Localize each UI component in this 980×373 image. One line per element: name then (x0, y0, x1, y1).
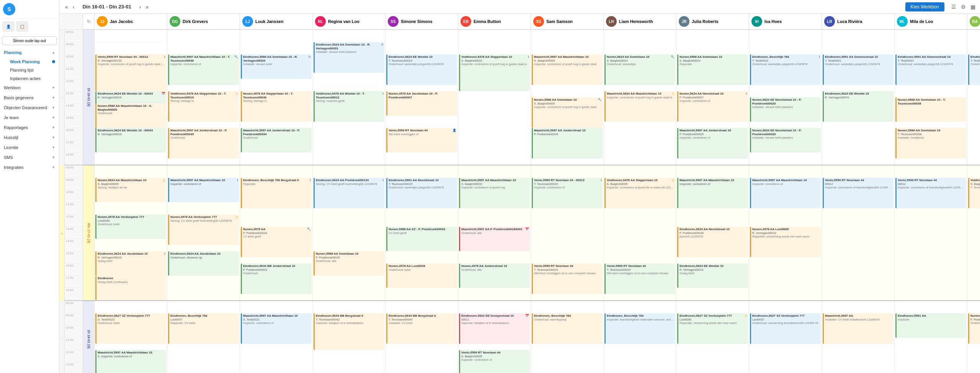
sidebar-item-objecten-geavanceerd[interactable]: Objecten Geavanceerd ▼ (0, 103, 59, 113)
work-card[interactable]: Eindhoven,5991 AA Inspectie: (895, 313, 966, 338)
work-card[interactable]: Nunen,5588 AA SZ - P. Poeldronk00034 CV … (386, 227, 457, 251)
work-card[interactable]: Maastricht,5997 AA Jonkerstraat 10 - P. … (168, 128, 239, 159)
work-card[interactable]: Venlo,5599 RT Noorlaan 44 00012 Inspecti… (895, 178, 966, 208)
work-card[interactable]: Nunen,5588 AA Smetslaan 10 - T. Teunisse… (895, 97, 966, 122)
work-card[interactable]: Maastricht,5997 AA Jonkerstraat 10 P. Po… (677, 128, 748, 159)
sidebar-tab-alt[interactable]: 📋 (16, 21, 28, 32)
work-card[interactable]: Maastricht,5997 AA Maastrichtlaan 10 Ins… (677, 178, 748, 208)
work-card[interactable]: Eindhoven,5991 AA Simonsstraat 10 T. Tes… (895, 54, 966, 85)
work-card[interactable]: Eindhoven,5991 AA Simonsstraat 10 T. Tes… (968, 54, 980, 85)
work-card[interactable]: Voldhoven,5478 AA Weelde 10 - T. Teuniss… (314, 91, 384, 122)
work-card[interactable]: Eindhoven,5624 AA Pooldronk00134 Storing… (314, 178, 384, 208)
work-card[interactable]: Eindhoven,5624 EE Weelde 10 R. Verhagen0… (677, 263, 748, 288)
sidebar-item-licentie[interactable]: Licentie ▼ (0, 142, 59, 152)
settings-button[interactable]: ⚙ (960, 3, 967, 11)
work-card[interactable]: Eindhoven Graag ketel (continued) (95, 276, 166, 300)
work-card[interactable]: Nunen,5624 EE Neeolstraat 10 - P. Poeldr… (750, 97, 821, 122)
work-card[interactable]: Nunen,4578 AA Verdunplein 777 Loot0039 O… (95, 214, 166, 239)
work-card[interactable]: Eindhoven,5624 AA Jacobslaan 10 R. Verha… (95, 251, 166, 276)
work-card[interactable]: Maastricht,5997 AA Jonkerstraat 10 - P. … (241, 128, 312, 152)
work-card[interactable]: Eindhoven, Boschlijk 766 Onderhoud: warm… (532, 313, 603, 344)
work-card[interactable]: Nunen,4578 AA P. Poeldronk00034 CV ketel… (241, 227, 312, 257)
work-card[interactable]: Venlo,5599 RT Noorlaan 44 T. Teunissen00… (604, 263, 675, 294)
work-card[interactable]: Nunen,4578 AA Loot0039 Onderhoud: ketel (386, 263, 457, 288)
work-card[interactable]: Venlo,5599 RT Noorlaan 44 Met klant over… (386, 128, 457, 152)
work-card[interactable]: Eindhoven,5522 EE Groepestraat 10 00011 … (459, 313, 530, 344)
work-card[interactable]: Nunen,5624 AA Maastrichtlaan 10 S. Baaji… (95, 178, 166, 202)
work-card[interactable]: Maastricht,5997 AA Jonkerstraat 10 P. Po… (532, 128, 603, 159)
work-card[interactable]: Voldhoven,5478 AA Stapperlaan 10 S. Baaj… (604, 178, 675, 208)
work-card[interactable]: Nunen,4578 AA Loot0065 R. Verhagen00013 … (750, 227, 821, 257)
work-card[interactable]: Maastricht,5997 AA Maastrichtlaan 10 S. … (459, 178, 530, 208)
work-card[interactable]: Eindhoven,5991 AA Neeolstraat 10 T. Teun… (386, 178, 457, 208)
work-card[interactable]: Maastricht,5997 AA Instalatie: CV ketel … (823, 313, 893, 344)
work-card[interactable]: Eindhoven,5624 AA Neeolstraat 10 P. Poel… (677, 227, 748, 257)
work-card[interactable]: Nunen,4578 AA Jacobslaan 10 P. Poeldronk… (968, 313, 980, 344)
work-card[interactable]: Eindhoven,5624 AA Smetslaan 10 - R. Verh… (314, 42, 384, 73)
work-card[interactable]: Venlo,5599 RT Noorlaan 44 T. Teunissen00… (532, 263, 603, 294)
work-card[interactable]: Eindhoven, Boschlijk 766 T. Test00021 On… (750, 54, 821, 85)
nav-prev-button[interactable]: ‹ (71, 3, 77, 11)
work-card[interactable]: Venlo,5599 RT Noorlaan 44 S. Baajimi0003… (459, 350, 530, 373)
work-card[interactable]: Maastricht,5997 AA P. Poeldronk00184003 … (459, 227, 530, 251)
sidebar-item-huisstijl[interactable]: Huisstijl ▼ (0, 133, 59, 142)
work-card[interactable]: Nunen,5588 AA Smetslaan 10 S. Baajimi000… (677, 54, 748, 85)
sidebar-item-werkbon[interactable]: Werkbon ▼ (0, 83, 59, 93)
sidebar-item-planning[interactable]: Planning ▲ (0, 47, 59, 57)
work-card[interactable]: Eindhoven, Boschlijk 766 Bergstraat 6 Re… (241, 178, 312, 208)
work-card[interactable]: Nunen,4578 AA Verdunplein 777 Storing: C… (168, 214, 239, 245)
work-card[interactable]: Nunen,5624 AA Neeolstraat 10 P. Poeldron… (677, 91, 748, 122)
work-card[interactable]: Voldhoven,5478 AA Stapperlaan 10 S. Baaj… (968, 178, 980, 208)
work-card[interactable]: Eindhoven,5644 BB Bergstraat 6 T. Teunis… (386, 313, 457, 344)
sidebar-item-basis-gegevens[interactable]: Basis gegevens ▼ (0, 93, 59, 103)
calendar-scroll-area[interactable]: ↻ JJ Jan Jacobs DG Dirk Grevers (83, 14, 980, 373)
refresh-icon[interactable]: ↻ (87, 19, 91, 24)
nav-next-button[interactable]: › (137, 3, 143, 11)
filter-button[interactable]: ▦ (970, 3, 976, 11)
work-card[interactable]: Venlo,5599 RT Noorlaan 44 - 00013 T. Teu… (532, 178, 603, 208)
sidebar-item-week-planning[interactable]: Week Planning (6, 57, 59, 66)
sidebar-item-je-team[interactable]: Je team ▼ (0, 113, 59, 123)
nav-prev-prev-button[interactable]: « (63, 3, 70, 11)
work-card[interactable]: Nunen,5588 AA Smetslaan 10 S. Baajimi000… (532, 97, 603, 128)
work-card[interactable]: Eindhoven,5627 SZ Verdunplein 777 Loot00… (677, 313, 748, 344)
work-card[interactable]: Maastricht,5997 AA Maastrichtlaan 10 S. … (241, 313, 312, 344)
work-card[interactable]: Maastricht,5624 AA Maastrichtlaan 10 Ins… (604, 91, 675, 122)
work-card[interactable]: Voldhoven,5478 AA Stapperlaan 10 - T. Te… (168, 91, 239, 122)
work-card[interactable]: Venlo,5599 RT Noorlaan 44 00012 Inspecti… (823, 178, 893, 208)
work-card[interactable]: Maastricht,5997 AA Maastrichtlaan 10 - T… (168, 54, 239, 85)
sidebar-item-rapportages[interactable]: Rapportages ▼ (0, 123, 59, 133)
work-card[interactable]: Venlo,5599 RT Noorlaan 44 - 00012 R. Ver… (95, 54, 166, 91)
work-card[interactable]: Eindhoven,5644 BB Jonkerstraat 10 P. Poe… (241, 263, 312, 294)
sidebar-item-planning-lijst[interactable]: Planning lijst (6, 66, 59, 74)
work-card[interactable]: Eindhoven,5624 EE Weelde 10 - 00043 R. V… (95, 128, 166, 152)
work-card[interactable]: Eindhoven,5627 SZ Verdunplein 777 Loot00… (750, 313, 821, 344)
work-card[interactable]: Nunen,4578 AA Jonkerstraat 10 Onderhoud:… (459, 263, 530, 288)
list-view-button[interactable]: ☰ (951, 3, 957, 11)
sidebar-item-inplannen-acties[interactable]: Inplannen acties (6, 74, 59, 83)
work-card[interactable]: Eindhoven,5624 AA Jacobslaan 10 Onderhou… (168, 251, 239, 276)
simon-layout-button[interactable]: Simon oude lay-out (2, 36, 57, 45)
sidebar-item-integraties[interactable]: Integraties ▼ (0, 162, 59, 172)
sidebar-tab-main[interactable]: 👤 (2, 21, 15, 32)
work-card[interactable]: Eindhoven,5644 BB Bergstraat 6 T. Teunis… (314, 313, 384, 350)
work-card[interactable]: Nunen,5588 AA Smetslaan 10 P. Poeldronk0… (314, 251, 384, 276)
work-card[interactable]: Eindhoven,5624 EE Weelde 10 T. Teunissen… (386, 54, 457, 85)
work-card[interactable]: Eindhoven,5588 AA Smetslaan 10 - R. Verh… (241, 54, 312, 79)
work-card[interactable]: Nunen,5624 AA Smetslaan 10 S. Baajimi000… (604, 54, 675, 85)
work-card[interactable]: Nunen,4578 AA Jacobslaan 10 - P. Poeldro… (386, 91, 457, 116)
work-card[interactable]: Voldhoven,5478 AA Stapperlaan 10 S. Baaj… (459, 54, 530, 91)
work-card[interactable]: Eindhoven, Boschlijk 766 Loot0037 Repara… (168, 313, 239, 344)
sidebar-item-sms[interactable]: SMS ▼ (0, 152, 59, 162)
nav-next-next-button[interactable]: » (144, 3, 150, 11)
work-card[interactable]: Nunen,5624 EE Neeolstraat 10 - P. Poeldr… (750, 128, 821, 152)
work-card[interactable]: Nunen,4578 AA Stapperlaan 10 - T. Teunis… (241, 91, 312, 122)
work-card[interactable]: Eindhoven,5624 EE Weelde 10 R. Verhagen0… (823, 91, 893, 122)
work-card[interactable]: Maastricht,5997 AA Maastrichtlaan 10 S. … (95, 350, 166, 373)
work-card[interactable]: Eindhoven, Boschlijk 766 Inspectie: bran… (604, 313, 675, 344)
work-card[interactable]: Maastricht,5997 AA Maastrichtlaan 10 S. … (532, 54, 603, 85)
work-card[interactable]: Maastricht,5997 AA Maastrichtlaan 10 Ins… (168, 178, 239, 202)
work-card[interactable]: Nunen,5588 AA Smetslaan 10 T. Teunissen0… (895, 128, 966, 159)
work-card[interactable]: Eindhoven,5627 SZ Verdunplein 777 D. Tes… (95, 313, 166, 344)
kies-werkbon-button[interactable]: Kies Werkbon (905, 2, 944, 11)
